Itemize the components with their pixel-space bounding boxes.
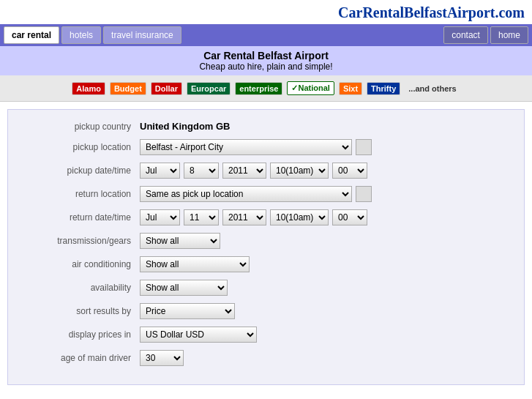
nav-home[interactable]: home	[490, 26, 528, 44]
sort-row: sort results by Price	[23, 303, 509, 319]
pickup-location-control: Belfast - Airport City	[140, 139, 372, 155]
pickup-day-select[interactable]: 8	[184, 163, 219, 179]
brand-europcar[interactable]: Europcar	[187, 82, 231, 95]
aircon-select[interactable]: Show all	[140, 256, 250, 272]
main-form: pickup country United Kingdom GB pickup …	[7, 109, 525, 385]
sort-label: sort results by	[23, 306, 140, 316]
availability-label: availability	[23, 283, 140, 293]
sort-select[interactable]: Price	[140, 303, 235, 319]
pickup-country-value: United Kingdom GB	[140, 121, 231, 132]
brand-dollar[interactable]: Dollar	[151, 82, 182, 95]
nav-hotels[interactable]: hotels	[61, 26, 101, 44]
pickup-location-row: pickup location Belfast - Airport City	[23, 139, 509, 155]
currency-row: display prices in US Dollar USD	[23, 327, 509, 343]
nav-travel-insurance[interactable]: travel insurance	[103, 26, 181, 44]
pickup-hour-select[interactable]: 10(10am):	[270, 163, 329, 179]
page-title-line2: Cheap auto hire, plain and simple!	[4, 61, 528, 72]
return-min-select[interactable]: 00	[332, 209, 367, 225]
return-hour-select[interactable]: 10(10am):	[270, 209, 329, 225]
availability-control: Show all	[140, 280, 228, 296]
page-subtitle: Car Rental Belfast Airport Cheap auto hi…	[0, 46, 532, 75]
availability-select[interactable]: Show all	[140, 280, 228, 296]
return-location-row: return location Same as pick up location	[23, 186, 509, 202]
brand-thrifty[interactable]: Thrifty	[367, 82, 400, 95]
pickup-location-info-btn[interactable]	[356, 139, 372, 155]
return-datetime-row: return date/time JanFebMarApr MayJunJul …	[23, 209, 509, 225]
nav-left: car rental hotels travel insurance	[4, 26, 181, 44]
return-location-control: Same as pick up location	[140, 186, 372, 202]
pickup-location-select[interactable]: Belfast - Airport City	[140, 139, 352, 155]
pickup-datetime-row: pickup date/time JanFebMarApr MayJunJul …	[23, 163, 509, 179]
aircon-control: Show all	[140, 256, 250, 272]
age-control: 30	[140, 350, 184, 366]
pickup-country-label: pickup country	[23, 122, 140, 132]
nav-contact[interactable]: contact	[443, 26, 488, 44]
brand-budget[interactable]: Budget	[110, 82, 146, 95]
age-row: age of main driver 30	[23, 350, 509, 366]
brand-national[interactable]: ✓National	[287, 81, 334, 95]
transmission-label: transmission/gears	[23, 236, 140, 246]
currency-label: display prices in	[23, 329, 140, 340]
brand-others: ...and others	[405, 83, 460, 94]
currency-select[interactable]: US Dollar USD	[140, 327, 257, 343]
availability-row: availability Show all	[23, 280, 509, 296]
return-location-label: return location	[23, 189, 140, 199]
page-title-line1: Car Rental Belfast Airport	[4, 50, 528, 61]
pickup-location-label: pickup location	[23, 142, 140, 152]
return-location-info-btn[interactable]	[356, 186, 372, 202]
nav-bar: car rental hotels travel insurance conta…	[0, 24, 532, 46]
pickup-country-row: pickup country United Kingdom GB	[23, 121, 509, 132]
pickup-year-select[interactable]: 2011	[222, 163, 266, 179]
pickup-min-select[interactable]: 00	[332, 163, 367, 179]
nav-car-rental[interactable]: car rental	[4, 26, 59, 44]
pickup-month-select[interactable]: JanFebMarApr MayJunJul AugSepOctNovDec	[140, 163, 180, 179]
nav-right: contact home	[443, 26, 528, 44]
aircon-label: air conditioning	[23, 259, 140, 269]
transmission-select[interactable]: Show all	[140, 233, 220, 249]
return-datetime-control: JanFebMarApr MayJunJul AugSepOctNovDec 1…	[140, 209, 367, 225]
return-year-select[interactable]: 2011	[222, 209, 266, 225]
brand-enterprise[interactable]: enterprise	[235, 82, 282, 95]
return-datetime-label: return date/time	[23, 212, 140, 223]
pickup-datetime-control: JanFebMarApr MayJunJul AugSepOctNovDec 8…	[140, 163, 367, 179]
currency-control: US Dollar USD	[140, 327, 257, 343]
age-select[interactable]: 30	[140, 350, 184, 366]
age-label: age of main driver	[23, 353, 140, 363]
pickup-datetime-label: pickup date/time	[23, 165, 140, 176]
brands-bar: Alamo Budget Dollar Europcar enterprise …	[0, 75, 532, 102]
return-location-select[interactable]: Same as pick up location	[140, 186, 352, 202]
transmission-row: transmission/gears Show all	[23, 233, 509, 249]
return-month-select[interactable]: JanFebMarApr MayJunJul AugSepOctNovDec	[140, 209, 180, 225]
site-title: CarRentalBelfastAirport.com	[0, 0, 532, 24]
pickup-country-control: United Kingdom GB	[140, 121, 231, 132]
brand-sixt[interactable]: Sixt	[339, 82, 362, 95]
brand-alamo[interactable]: Alamo	[72, 82, 105, 95]
aircon-row: air conditioning Show all	[23, 256, 509, 272]
transmission-control: Show all	[140, 233, 220, 249]
sort-control: Price	[140, 303, 235, 319]
return-day-select[interactable]: 11	[184, 209, 219, 225]
